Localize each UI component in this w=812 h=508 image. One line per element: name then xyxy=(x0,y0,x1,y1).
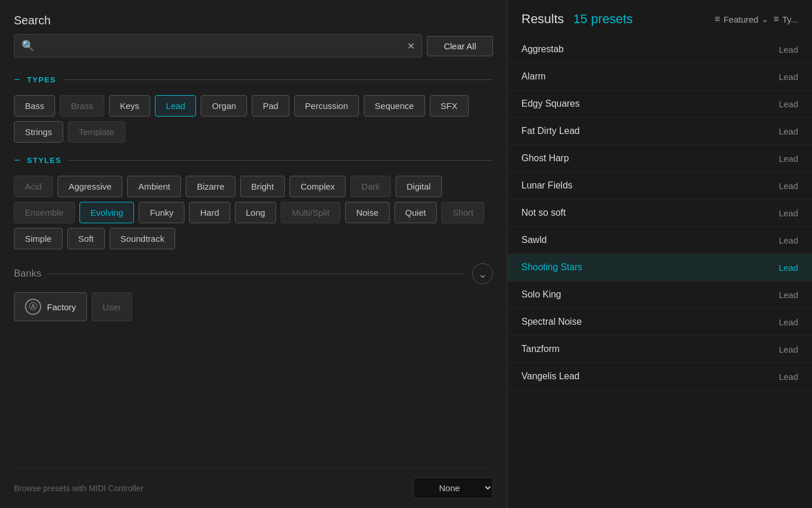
results-title: Results xyxy=(521,12,564,27)
right-panel: Results 15 presets ≡ Featured ⌄ ≡ Ty... … xyxy=(507,0,812,508)
style-btn-noise[interactable]: Noise xyxy=(345,202,389,223)
result-type: Lead xyxy=(779,72,798,82)
type-btn-bass[interactable]: Bass xyxy=(14,95,55,117)
types-tags: BassBrassKeysLeadOrganPadPercussionSeque… xyxy=(14,95,493,143)
type-btn-brass[interactable]: Brass xyxy=(60,95,104,117)
results-count: 15 presets xyxy=(573,12,633,27)
result-name: Lunar Fields xyxy=(521,180,572,191)
result-name: Aggrestab xyxy=(521,44,564,55)
style-btn-ensemble[interactable]: Ensemble xyxy=(14,202,75,223)
style-btn-aggressive[interactable]: Aggressive xyxy=(57,176,122,197)
result-type: Lead xyxy=(779,45,798,55)
result-row[interactable]: Shooting StarsLead xyxy=(507,254,812,281)
result-name: Not so soft xyxy=(521,208,566,218)
result-row[interactable]: AlarmLead xyxy=(507,63,812,90)
banks-divider xyxy=(48,274,465,274)
bank-label-user: User xyxy=(103,302,121,312)
result-row[interactable]: Not so softLead xyxy=(507,199,812,227)
result-row[interactable]: Fat Dirty LeadLead xyxy=(507,118,812,145)
style-btn-hard[interactable]: Hard xyxy=(189,202,230,223)
style-btn-quiet[interactable]: Quiet xyxy=(394,202,437,223)
sort-lines2-icon: ≡ xyxy=(773,14,778,24)
banks-header: Banks ⌄ xyxy=(14,263,493,284)
type-btn-template[interactable]: Template xyxy=(68,121,125,143)
sort-featured-label: Featured xyxy=(723,14,758,24)
result-type: Lead xyxy=(779,99,798,109)
types-collapse-icon[interactable]: − xyxy=(14,74,20,86)
type-btn-pad[interactable]: Pad xyxy=(252,95,289,117)
sort-type-button[interactable]: ≡ Ty... xyxy=(773,14,798,24)
type-btn-organ[interactable]: Organ xyxy=(201,95,247,117)
search-input[interactable] xyxy=(39,41,403,51)
type-btn-keys[interactable]: Keys xyxy=(109,95,150,117)
bank-btn-user[interactable]: User xyxy=(92,292,132,321)
type-btn-strings[interactable]: Strings xyxy=(14,121,63,143)
bank-btn-factory[interactable]: ⒶFactory xyxy=(14,292,87,321)
styles-tags: AcidAggressiveAmbientBizarreBrightComple… xyxy=(14,176,493,249)
style-btn-long[interactable]: Long xyxy=(235,202,276,223)
result-type: Lead xyxy=(779,208,798,218)
sort-chevron-icon: ⌄ xyxy=(762,14,768,24)
result-name: Spectral Noise xyxy=(521,317,582,327)
bank-icon-factory: Ⓐ xyxy=(25,299,41,315)
result-name: Fat Dirty Lead xyxy=(521,126,579,136)
type-btn-lead[interactable]: Lead xyxy=(155,95,196,117)
sort-type-label: Ty... xyxy=(782,14,798,24)
style-btn-digital[interactable]: Digital xyxy=(396,176,442,197)
style-btn-complex[interactable]: Complex xyxy=(289,176,346,197)
result-type: Lead xyxy=(779,372,798,382)
clear-x-icon[interactable]: ✕ xyxy=(407,41,415,52)
style-btn-acid[interactable]: Acid xyxy=(14,176,53,197)
result-type: Lead xyxy=(779,344,798,354)
style-btn-soft[interactable]: Soft xyxy=(67,228,105,249)
result-type: Lead xyxy=(779,235,798,245)
banks-collapse-button[interactable]: ⌄ xyxy=(472,263,493,284)
search-title: Search xyxy=(14,14,493,27)
style-btn-bright[interactable]: Bright xyxy=(240,176,285,197)
result-row[interactable]: Spectral NoiseLead xyxy=(507,309,812,336)
clear-all-button[interactable]: Clear All xyxy=(427,36,493,56)
styles-collapse-icon[interactable]: − xyxy=(14,154,20,166)
bank-label-factory: Factory xyxy=(47,302,76,312)
style-btn-multisplit[interactable]: Multi/Split xyxy=(281,202,340,223)
result-row[interactable]: Vangelis LeadLead xyxy=(507,363,812,390)
result-name: Alarm xyxy=(521,71,546,82)
sort-lines-icon: ≡ xyxy=(715,14,720,24)
result-type: Lead xyxy=(779,263,798,273)
midi-dropdown[interactable]: None xyxy=(413,477,493,499)
result-name: Edgy Squares xyxy=(521,99,580,109)
result-type: Lead xyxy=(779,317,798,327)
search-icon: 🔍 xyxy=(21,39,34,52)
result-name: Sawld xyxy=(521,235,547,245)
midi-label: Browse presets with MIDI Controller xyxy=(14,484,143,493)
result-row[interactable]: Solo KingLead xyxy=(507,281,812,309)
types-label: TYPES xyxy=(27,75,56,84)
result-row[interactable]: Edgy SquaresLead xyxy=(507,90,812,118)
result-row[interactable]: AggrestabLead xyxy=(507,36,812,63)
style-btn-ambient[interactable]: Ambient xyxy=(127,176,181,197)
styles-section-header: − STYLES xyxy=(14,154,493,166)
result-type: Lead xyxy=(779,290,798,300)
results-list: AggrestabLeadAlarmLeadEdgy SquaresLeadFa… xyxy=(507,36,812,508)
result-name: Ghost Harp xyxy=(521,153,569,164)
type-btn-sfx[interactable]: SFX xyxy=(430,95,469,117)
result-row[interactable]: SawldLead xyxy=(507,227,812,254)
style-btn-evolving[interactable]: Evolving xyxy=(79,202,135,223)
style-btn-funky[interactable]: Funky xyxy=(139,202,184,223)
type-btn-sequence[interactable]: Sequence xyxy=(364,95,425,117)
midi-bar: Browse presets with MIDI Controller None xyxy=(14,467,493,508)
style-btn-dark[interactable]: Dark xyxy=(350,176,391,197)
result-name: Solo King xyxy=(521,289,561,300)
banks-section: Banks ⌄ ⒶFactoryUser xyxy=(14,263,493,321)
style-btn-simple[interactable]: Simple xyxy=(14,228,63,249)
types-section-header: − TYPES xyxy=(14,74,493,86)
result-row[interactable]: Ghost HarpLead xyxy=(507,145,812,172)
style-btn-bizarre[interactable]: Bizarre xyxy=(186,176,235,197)
result-type: Lead xyxy=(779,154,798,164)
result-row[interactable]: Lunar FieldsLead xyxy=(507,172,812,199)
sort-featured-button[interactable]: ≡ Featured ⌄ xyxy=(715,14,768,24)
style-btn-short[interactable]: Short xyxy=(441,202,484,223)
type-btn-percussion[interactable]: Percussion xyxy=(294,95,359,117)
result-row[interactable]: TanzformLead xyxy=(507,336,812,363)
style-btn-soundtrack[interactable]: Soundtrack xyxy=(110,228,176,249)
